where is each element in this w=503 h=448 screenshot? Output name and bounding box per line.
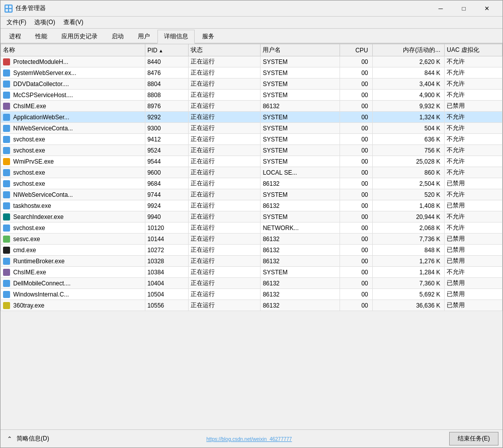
svg-rect-1 (9, 6, 12, 8)
menu-options[interactable]: 选项(O) (30, 17, 59, 28)
col-header-name[interactable]: 名称 (1, 44, 145, 56)
cell-cpu: 00 (340, 134, 373, 145)
cell-cpu: 00 (340, 267, 373, 278)
table-row[interactable]: DellMobileConnect.... 10404 正在运行 86132 0… (1, 278, 502, 289)
cell-name: svchost.exe (1, 222, 145, 234)
tab-app-history[interactable]: 应用历史记录 (55, 30, 104, 43)
cell-user: 86132 (261, 245, 340, 256)
cell-uac: 不允许 (445, 167, 502, 178)
table-row[interactable]: WmiPrvSE.exe 9544 正在运行 SYSTEM 00 25,028 … (1, 156, 502, 167)
cell-pid: 9744 (145, 189, 188, 200)
tab-services[interactable]: 服务 (196, 30, 221, 43)
cell-cpu: 00 (340, 90, 373, 101)
minimize-button[interactable]: ─ (429, 1, 452, 17)
cell-status: 正在运行 (188, 67, 260, 79)
cell-name: McCSPServiceHost.... (1, 90, 145, 101)
col-header-status[interactable]: 状态 (188, 44, 260, 56)
table-row[interactable]: RuntimeBroker.exe 10328 正在运行 86132 00 1,… (1, 256, 502, 267)
col-header-cpu[interactable]: CPU (340, 44, 373, 56)
tab-process[interactable]: 进程 (3, 30, 28, 43)
cell-user: LOCAL SE... (261, 167, 340, 178)
toggle-label[interactable]: 简略信息(D) (17, 434, 49, 443)
cell-name: sesvc.exe (1, 234, 145, 245)
col-header-mem[interactable]: 内存(活动的... (372, 44, 444, 56)
cell-cpu: 00 (340, 245, 373, 256)
table-row[interactable]: McCSPServiceHost.... 8808 正在运行 SYSTEM 00… (1, 90, 502, 101)
table-row[interactable]: svchost.exe 10120 正在运行 NETWORK... 00 2,0… (1, 222, 502, 234)
table-row[interactable]: svchost.exe 9600 正在运行 LOCAL SE... 00 860… (1, 167, 502, 178)
table-row[interactable]: DDVDataCollector.... 8804 正在运行 SYSTEM 00… (1, 79, 502, 90)
cell-mem: 4,900 K (372, 90, 444, 101)
table-row[interactable]: WindowsInternal.C... 10504 正在运行 86132 00… (1, 289, 502, 300)
cell-status: 正在运行 (188, 289, 260, 300)
table-row[interactable]: SystemWebServer.ex... 8476 正在运行 SYSTEM 0… (1, 67, 502, 79)
status-bar: ⌃ 简略信息(D) https://blog.csdn.net/weixin_4… (1, 429, 502, 447)
maximize-button[interactable]: □ (452, 1, 475, 17)
close-button[interactable]: ✕ (475, 1, 498, 17)
table-row[interactable]: ApplicationWebSer... 9292 正在运行 SYSTEM 00… (1, 112, 502, 123)
cell-mem: 5,692 K (372, 289, 444, 300)
cell-cpu: 00 (340, 79, 373, 90)
table-row[interactable]: cmd.exe 10272 正在运行 86132 00 848 K 已禁用 (1, 245, 502, 256)
cell-status: 正在运行 (188, 267, 260, 278)
table-row[interactable]: NIWebServiceConta... 9300 正在运行 SYSTEM 00… (1, 123, 502, 134)
cell-name: ApplicationWebSer... (1, 112, 145, 123)
cell-pid: 9940 (145, 211, 188, 222)
tab-startup[interactable]: 启动 (105, 30, 130, 43)
cell-uac: 已禁用 (445, 300, 502, 311)
cell-status: 正在运行 (188, 211, 260, 222)
cell-mem: 2,504 K (372, 178, 444, 189)
cell-mem: 9,932 K (372, 101, 444, 112)
watermark-text: https://blog.csdn.net/weixin_46277777 (206, 436, 292, 442)
cell-uac: 不允许 (445, 123, 502, 134)
tab-users[interactable]: 用户 (131, 30, 156, 43)
table-row[interactable]: sesvc.exe 10144 正在运行 86132 00 7,736 K 已禁… (1, 234, 502, 245)
cell-cpu: 00 (340, 278, 373, 289)
cell-uac: 已禁用 (445, 101, 502, 112)
toggle-details-button[interactable]: ⌃ (5, 434, 15, 444)
cell-mem: 20,944 K (372, 211, 444, 222)
cell-status: 正在运行 (188, 123, 260, 134)
cell-cpu: 00 (340, 123, 373, 134)
cell-mem: 2,068 K (372, 222, 444, 234)
cell-pid: 9600 (145, 167, 188, 178)
table-row[interactable]: NIWebServiceConta... 9744 正在运行 SYSTEM 00… (1, 189, 502, 200)
col-header-pid[interactable]: PID (145, 44, 188, 56)
cell-user: 86132 (261, 234, 340, 245)
process-table-container[interactable]: 名称 PID 状态 用户名 CPU 内存(活动的... UAC 虚拟化 Prot… (1, 44, 502, 429)
cell-uac: 已禁用 (445, 200, 502, 211)
col-header-uac[interactable]: UAC 虚拟化 (445, 44, 502, 56)
cell-name: svchost.exe (1, 145, 145, 156)
cell-name: NIWebServiceConta... (1, 189, 145, 200)
cell-status: 正在运行 (188, 234, 260, 245)
cell-user: NETWORK... (261, 222, 340, 234)
cell-pid: 10556 (145, 300, 188, 311)
cell-status: 正在运行 (188, 145, 260, 156)
cell-mem: 844 K (372, 67, 444, 79)
cell-status: 正在运行 (188, 200, 260, 211)
table-row[interactable]: svchost.exe 9684 正在运行 86132 00 2,504 K 已… (1, 178, 502, 189)
end-task-button[interactable]: 结束任务(E) (449, 432, 498, 445)
table-row[interactable]: 360tray.exe 10556 正在运行 86132 00 36,636 K… (1, 300, 502, 311)
cell-mem: 1,284 K (372, 267, 444, 278)
table-header-row: 名称 PID 状态 用户名 CPU 内存(活动的... UAC 虚拟化 (1, 44, 502, 56)
table-row[interactable]: ChsIME.exe 10384 正在运行 SYSTEM 00 1,284 K … (1, 267, 502, 278)
cell-cpu: 00 (340, 56, 373, 67)
col-header-user[interactable]: 用户名 (261, 44, 340, 56)
cell-status: 正在运行 (188, 189, 260, 200)
table-row[interactable]: ChsIME.exe 8976 正在运行 86132 00 9,932 K 已禁… (1, 101, 502, 112)
table-row[interactable]: taskhostw.exe 9924 正在运行 86132 00 1,408 K… (1, 200, 502, 211)
table-row[interactable]: ProtectedModuleH... 8440 正在运行 SYSTEM 00 … (1, 56, 502, 67)
table-row[interactable]: svchost.exe 9524 正在运行 SYSTEM 00 756 K 不允… (1, 145, 502, 156)
cell-pid: 10504 (145, 289, 188, 300)
table-row[interactable]: SearchIndexer.exe 9940 正在运行 SYSTEM 00 20… (1, 211, 502, 222)
table-row[interactable]: svchost.exe 9412 正在运行 SYSTEM 00 636 K 不允… (1, 134, 502, 145)
cell-uac: 不允许 (445, 56, 502, 67)
tab-details[interactable]: 详细信息 (157, 30, 195, 44)
tab-performance[interactable]: 性能 (29, 30, 54, 43)
cell-user: 86132 (261, 256, 340, 267)
menu-view[interactable]: 查看(V) (59, 17, 88, 28)
menu-file[interactable]: 文件(F) (3, 17, 30, 28)
cell-pid: 9300 (145, 123, 188, 134)
cell-uac: 不允许 (445, 90, 502, 101)
